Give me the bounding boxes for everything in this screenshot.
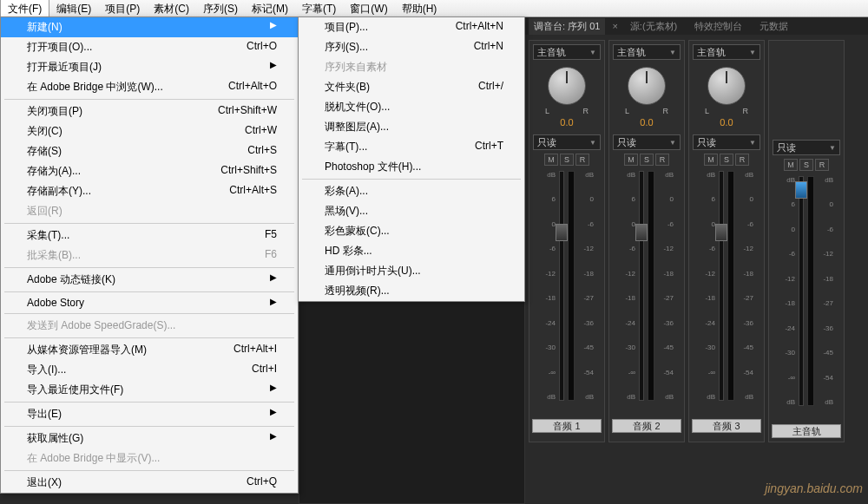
fader-track[interactable] [559,171,564,401]
msr-button[interactable]: S [560,154,574,166]
tab-meta[interactable]: 元数据 [754,18,793,35]
menu-item[interactable]: 导入最近使用文件(F)▶ [1,380,298,400]
chevron-right-icon: ▶ [270,297,277,309]
menu-item[interactable]: 脱机文件(O)... [299,97,524,117]
menu-item-shortcut: Ctrl+N [474,40,503,55]
menubar-item[interactable]: 文件(F) [0,0,49,16]
automation-dropdown[interactable]: 只读▼ [613,134,681,150]
fader-track[interactable] [639,171,644,401]
msr-button[interactable]: M [624,154,638,166]
msr-button[interactable]: R [575,154,589,166]
file-menu: 新建(N)▶打开项目(O)...Ctrl+O打开最近项目(J)▶在 Adobe … [0,16,299,494]
menu-item[interactable]: Adobe Story▶ [1,294,298,311]
automation-dropdown[interactable]: 只读▼ [533,134,601,150]
menu-item[interactable]: Photoshop 文件(H)... [299,157,524,177]
level-meter [807,176,814,406]
menu-item[interactable]: Adobe 动态链接(K)▶ [1,270,298,290]
menu-item[interactable]: 打开项目(O)...Ctrl+O [1,37,298,57]
output-dropdown[interactable]: 主音轨▼ [613,44,681,60]
channel-label[interactable]: 音频 2 [612,419,681,433]
msr-button[interactable]: M [544,154,558,166]
menu-item[interactable]: 关闭(C)Ctrl+W [1,121,298,141]
menu-item[interactable]: 打开最近项目(J)▶ [1,57,298,77]
menu-item[interactable]: 序列(S)...Ctrl+N [299,37,524,57]
menu-separator [4,99,294,100]
fader-handle[interactable] [556,224,568,241]
msr-button[interactable]: S [799,159,813,171]
pan-value: 0.0 [720,117,733,128]
dropdown-label: 只读 [537,136,556,149]
fader-handle[interactable] [715,224,727,241]
automation-dropdown[interactable]: 只读▼ [693,134,760,150]
menu-item[interactable]: 彩色蒙板(C)... [299,221,524,241]
msr-button[interactable]: M [704,154,718,166]
output-dropdown[interactable]: 主音轨▼ [693,44,760,60]
menubar-item[interactable]: 标记(M) [245,0,295,16]
menubar-item[interactable]: 字幕(T) [295,0,343,16]
msr-button[interactable]: S [720,154,733,166]
fader-track[interactable] [799,176,804,406]
chevron-down-icon: ▼ [749,139,756,147]
menu-item[interactable]: 获取属性(G)▶ [1,429,298,448]
automation-dropdown[interactable]: 只读▼ [773,140,840,155]
msr-button[interactable]: S [640,154,654,166]
menu-item-label: 存储(S) [27,144,62,159]
msr-button[interactable]: R [815,159,829,171]
menubar-item[interactable]: 窗口(W) [343,0,394,16]
menu-item[interactable]: 存储副本(Y)...Ctrl+Alt+S [1,181,298,201]
menu-item[interactable]: 从媒体资源管理器导入(M)Ctrl+Alt+I [1,340,298,360]
chevron-down-icon: ▼ [829,144,836,152]
menu-item: 序列来自素材 [299,57,524,77]
menubar-item[interactable]: 序列(S) [196,0,245,16]
tab-mixer[interactable]: 调音台: 序列 01 [529,18,605,35]
pan-knob[interactable] [548,67,586,105]
menu-item[interactable]: 新建(N)▶ [1,17,298,37]
fader-handle[interactable] [795,181,807,199]
menu-item-shortcut: Ctrl+Q [247,475,277,490]
menubar-item[interactable]: 素材(C) [147,0,196,16]
tab-fx[interactable]: 特效控制台 [689,18,747,35]
msr-button[interactable]: R [655,154,669,166]
menu-item[interactable]: 通用倒计时片头(U)... [299,261,524,281]
menu-item[interactable]: 在 Adobe Bridge 中浏览(W)...Ctrl+Alt+O [1,77,298,97]
channel-label[interactable]: 音频 1 [532,419,602,433]
menu-item[interactable]: 导入(I)...Ctrl+I [1,360,298,380]
menu-item[interactable]: 字幕(T)...Ctrl+T [299,137,524,157]
menubar-item[interactable]: 帮助(H) [395,0,444,16]
menu-separator [4,470,294,471]
chevron-right-icon: ▶ [270,431,277,446]
pan-knob[interactable] [707,67,746,105]
menu-item[interactable]: 项目(P)...Ctrl+Alt+N [299,17,524,37]
menu-item[interactable]: 存储为(A)...Ctrl+Shift+S [1,161,298,181]
close-icon[interactable]: × [612,21,617,31]
menu-separator [302,179,521,180]
menu-item-shortcut: Ctrl+T [475,140,503,154]
menu-item[interactable]: 存储(S)Ctrl+S [1,141,298,161]
menubar-item[interactable]: 编辑(E) [49,0,98,16]
fader-handle[interactable] [635,224,648,241]
channel-label[interactable]: 音频 3 [692,419,761,433]
menu-item[interactable]: 黑场(V)... [299,201,524,221]
menu-item[interactable]: 透明视频(R)... [299,281,524,301]
dropdown-label: 只读 [697,136,716,149]
menu-item[interactable]: HD 彩条... [299,241,524,261]
msr-button[interactable]: M [784,159,798,171]
menu-item[interactable]: 采集(T)...F5 [1,226,298,245]
menu-item[interactable]: 调整图层(A)... [299,117,524,137]
menu-item[interactable]: 文件夹(B)Ctrl+/ [299,77,524,97]
menu-item-label: Adobe 动态链接(K) [27,272,115,287]
menu-item[interactable]: 关闭项目(P)Ctrl+Shift+W [1,101,298,121]
msr-button[interactable]: R [735,154,749,166]
output-dropdown[interactable]: 主音轨▼ [533,44,601,60]
chevron-right-icon: ▶ [270,60,277,75]
pan-knob[interactable] [628,67,666,105]
tab-source[interactable]: 源:(无素材) [625,18,682,35]
channel-label[interactable]: 主音轨 [772,424,841,438]
fader-track[interactable] [719,171,724,401]
menu-item[interactable]: 导出(E)▶ [1,404,298,424]
menu-item-label: 序列来自素材 [325,60,387,75]
menubar-item[interactable]: 项目(P) [98,0,147,16]
menu-item[interactable]: 退出(X)Ctrl+Q [1,473,298,493]
db-scale: dB60-6-12-18-24-30-∞dB [540,171,556,401]
menu-item[interactable]: 彩条(A)... [299,181,524,201]
